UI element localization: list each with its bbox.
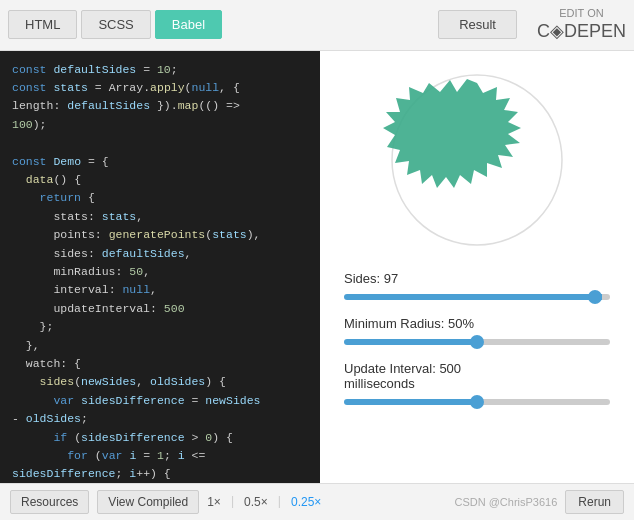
tab-result[interactable]: Result bbox=[438, 10, 517, 39]
editor-header: HTML SCSS Babel Result EDIT ON C◈DEPEN bbox=[0, 0, 634, 51]
code-line: updateInterval: 500 bbox=[12, 300, 308, 318]
sides-control: Sides: 97 bbox=[344, 271, 610, 304]
code-line: data() { bbox=[12, 171, 308, 189]
interval-label: Update Interval: 500 milliseconds bbox=[344, 361, 610, 391]
code-line: 100); bbox=[12, 116, 308, 134]
interval-slider[interactable] bbox=[344, 399, 610, 405]
controls-area: Sides: 97 Minimum Radius: 50% Update Int… bbox=[336, 271, 618, 421]
view-compiled-button[interactable]: View Compiled bbox=[97, 490, 199, 514]
codepen-brand: C◈DEPEN bbox=[537, 20, 626, 43]
radius-slider[interactable] bbox=[344, 339, 610, 345]
main-area: const defaultSides = 10; const stats = A… bbox=[0, 51, 634, 483]
sides-slider[interactable] bbox=[344, 294, 610, 300]
result-panel: Sides: 97 Minimum Radius: 50% Update Int… bbox=[320, 51, 634, 483]
blob-visualization bbox=[382, 65, 572, 255]
tab-html[interactable]: HTML bbox=[8, 10, 77, 39]
code-line: points: generatePoints(stats), bbox=[12, 226, 308, 244]
code-line: if (sidesDifference > 0) { bbox=[12, 429, 308, 447]
radius-control: Minimum Radius: 50% bbox=[344, 316, 610, 349]
code-line: minRadius: 50, bbox=[12, 263, 308, 281]
tab-scss[interactable]: SCSS bbox=[81, 10, 150, 39]
code-line: sidesDifference; i++) { bbox=[12, 465, 308, 483]
multiplier-025x[interactable]: 0.25× bbox=[291, 495, 321, 509]
code-line: length: defaultSides }).map(() => bbox=[12, 97, 308, 115]
blob-svg bbox=[382, 65, 572, 255]
editor-footer: Resources View Compiled 1× | 0.5× | 0.25… bbox=[0, 483, 634, 520]
code-line: const defaultSides = 10; bbox=[12, 61, 308, 79]
code-line: const stats = Array.apply(null, { bbox=[12, 79, 308, 97]
code-line: var sidesDifference = newSides bbox=[12, 392, 308, 410]
code-line: const Demo = { bbox=[12, 153, 308, 171]
multiplier-05x[interactable]: 0.5× bbox=[244, 495, 268, 509]
tab-babel[interactable]: Babel bbox=[155, 10, 222, 39]
code-line: return { bbox=[12, 189, 308, 207]
code-line: }; bbox=[12, 318, 308, 336]
code-line: interval: null, bbox=[12, 281, 308, 299]
multiplier-1x[interactable]: 1× bbox=[207, 495, 221, 509]
code-line: }, bbox=[12, 337, 308, 355]
codepen-edit-label: EDIT ON bbox=[537, 6, 626, 20]
interval-control: Update Interval: 500 milliseconds bbox=[344, 361, 610, 409]
radius-label: Minimum Radius: 50% bbox=[344, 316, 610, 331]
rerun-button[interactable]: Rerun bbox=[565, 490, 624, 514]
code-line: sides: defaultSides, bbox=[12, 245, 308, 263]
code-line bbox=[12, 134, 308, 152]
code-panel: const defaultSides = 10; const stats = A… bbox=[0, 51, 320, 483]
code-line: sides(newSides, oldSides) { bbox=[12, 373, 308, 391]
codepen-logo: EDIT ON C◈DEPEN bbox=[537, 6, 626, 44]
code-line: stats: stats, bbox=[12, 208, 308, 226]
resources-button[interactable]: Resources bbox=[10, 490, 89, 514]
code-line: for (var i = 1; i <= bbox=[12, 447, 308, 465]
csdn-watermark: CSDN @ChrisP3616 bbox=[454, 496, 557, 508]
sides-label: Sides: 97 bbox=[344, 271, 610, 286]
code-line: - oldSides; bbox=[12, 410, 308, 428]
code-line: watch: { bbox=[12, 355, 308, 373]
